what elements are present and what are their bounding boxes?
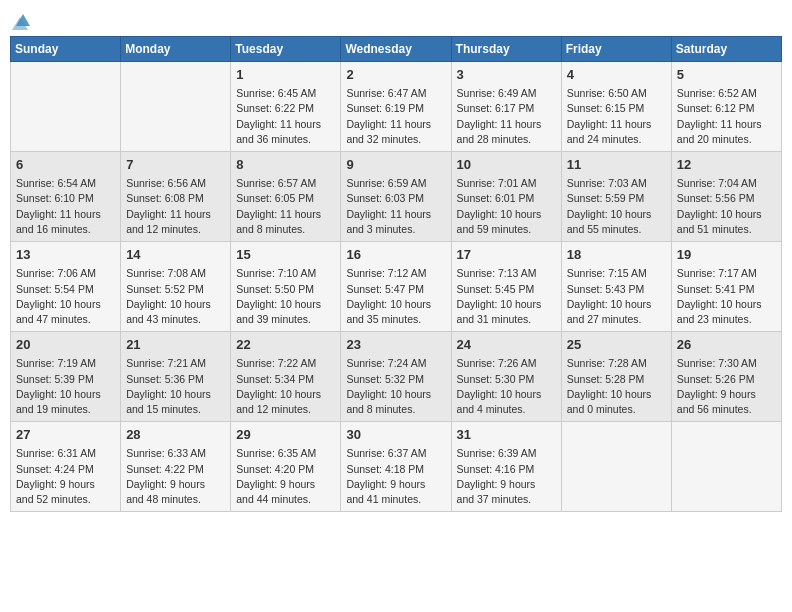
day-number: 22 [236,336,335,354]
calendar-cell: 21Sunrise: 7:21 AM Sunset: 5:36 PM Dayli… [121,332,231,422]
calendar-cell: 16Sunrise: 7:12 AM Sunset: 5:47 PM Dayli… [341,242,451,332]
day-number: 18 [567,246,666,264]
day-info: Sunrise: 6:31 AM Sunset: 4:24 PM Dayligh… [16,446,115,507]
day-number: 28 [126,426,225,444]
day-number: 19 [677,246,776,264]
day-info: Sunrise: 6:52 AM Sunset: 6:12 PM Dayligh… [677,86,776,147]
day-number: 3 [457,66,556,84]
day-info: Sunrise: 7:22 AM Sunset: 5:34 PM Dayligh… [236,356,335,417]
calendar-week-row: 6Sunrise: 6:54 AM Sunset: 6:10 PM Daylig… [11,152,782,242]
weekday-header: Saturday [671,37,781,62]
weekday-header: Thursday [451,37,561,62]
calendar-cell [121,62,231,152]
day-number: 15 [236,246,335,264]
day-number: 11 [567,156,666,174]
day-number: 12 [677,156,776,174]
day-number: 9 [346,156,445,174]
day-info: Sunrise: 7:15 AM Sunset: 5:43 PM Dayligh… [567,266,666,327]
day-info: Sunrise: 7:08 AM Sunset: 5:52 PM Dayligh… [126,266,225,327]
calendar-cell: 22Sunrise: 7:22 AM Sunset: 5:34 PM Dayli… [231,332,341,422]
page-header [10,10,782,30]
day-info: Sunrise: 6:47 AM Sunset: 6:19 PM Dayligh… [346,86,445,147]
day-info: Sunrise: 6:59 AM Sunset: 6:03 PM Dayligh… [346,176,445,237]
day-number: 14 [126,246,225,264]
day-number: 23 [346,336,445,354]
calendar-cell: 31Sunrise: 6:39 AM Sunset: 4:16 PM Dayli… [451,422,561,512]
calendar-cell: 9Sunrise: 6:59 AM Sunset: 6:03 PM Daylig… [341,152,451,242]
calendar-cell: 11Sunrise: 7:03 AM Sunset: 5:59 PM Dayli… [561,152,671,242]
calendar-cell: 20Sunrise: 7:19 AM Sunset: 5:39 PM Dayli… [11,332,121,422]
day-info: Sunrise: 6:37 AM Sunset: 4:18 PM Dayligh… [346,446,445,507]
weekday-header: Wednesday [341,37,451,62]
day-info: Sunrise: 6:54 AM Sunset: 6:10 PM Dayligh… [16,176,115,237]
day-info: Sunrise: 7:28 AM Sunset: 5:28 PM Dayligh… [567,356,666,417]
calendar-cell: 30Sunrise: 6:37 AM Sunset: 4:18 PM Dayli… [341,422,451,512]
calendar-cell: 19Sunrise: 7:17 AM Sunset: 5:41 PM Dayli… [671,242,781,332]
day-number: 31 [457,426,556,444]
day-number: 30 [346,426,445,444]
calendar-week-row: 13Sunrise: 7:06 AM Sunset: 5:54 PM Dayli… [11,242,782,332]
day-info: Sunrise: 7:26 AM Sunset: 5:30 PM Dayligh… [457,356,556,417]
calendar-cell: 12Sunrise: 7:04 AM Sunset: 5:56 PM Dayli… [671,152,781,242]
day-info: Sunrise: 6:33 AM Sunset: 4:22 PM Dayligh… [126,446,225,507]
day-info: Sunrise: 7:10 AM Sunset: 5:50 PM Dayligh… [236,266,335,327]
calendar-cell: 17Sunrise: 7:13 AM Sunset: 5:45 PM Dayli… [451,242,561,332]
calendar-cell: 25Sunrise: 7:28 AM Sunset: 5:28 PM Dayli… [561,332,671,422]
day-info: Sunrise: 6:57 AM Sunset: 6:05 PM Dayligh… [236,176,335,237]
day-info: Sunrise: 7:03 AM Sunset: 5:59 PM Dayligh… [567,176,666,237]
calendar-cell: 24Sunrise: 7:26 AM Sunset: 5:30 PM Dayli… [451,332,561,422]
day-number: 16 [346,246,445,264]
day-info: Sunrise: 6:39 AM Sunset: 4:16 PM Dayligh… [457,446,556,507]
day-number: 26 [677,336,776,354]
calendar-cell: 14Sunrise: 7:08 AM Sunset: 5:52 PM Dayli… [121,242,231,332]
day-info: Sunrise: 7:04 AM Sunset: 5:56 PM Dayligh… [677,176,776,237]
day-number: 4 [567,66,666,84]
calendar-cell: 5Sunrise: 6:52 AM Sunset: 6:12 PM Daylig… [671,62,781,152]
calendar-cell: 18Sunrise: 7:15 AM Sunset: 5:43 PM Dayli… [561,242,671,332]
calendar-week-row: 27Sunrise: 6:31 AM Sunset: 4:24 PM Dayli… [11,422,782,512]
calendar-cell: 3Sunrise: 6:49 AM Sunset: 6:17 PM Daylig… [451,62,561,152]
day-number: 21 [126,336,225,354]
day-info: Sunrise: 7:01 AM Sunset: 6:01 PM Dayligh… [457,176,556,237]
day-info: Sunrise: 7:17 AM Sunset: 5:41 PM Dayligh… [677,266,776,327]
day-number: 25 [567,336,666,354]
day-info: Sunrise: 6:49 AM Sunset: 6:17 PM Dayligh… [457,86,556,147]
calendar-cell: 4Sunrise: 6:50 AM Sunset: 6:15 PM Daylig… [561,62,671,152]
day-info: Sunrise: 6:45 AM Sunset: 6:22 PM Dayligh… [236,86,335,147]
calendar-cell: 13Sunrise: 7:06 AM Sunset: 5:54 PM Dayli… [11,242,121,332]
day-info: Sunrise: 7:19 AM Sunset: 5:39 PM Dayligh… [16,356,115,417]
weekday-header: Tuesday [231,37,341,62]
day-number: 10 [457,156,556,174]
calendar-week-row: 1Sunrise: 6:45 AM Sunset: 6:22 PM Daylig… [11,62,782,152]
calendar-cell: 23Sunrise: 7:24 AM Sunset: 5:32 PM Dayli… [341,332,451,422]
calendar-cell: 27Sunrise: 6:31 AM Sunset: 4:24 PM Dayli… [11,422,121,512]
weekday-header: Friday [561,37,671,62]
calendar-cell: 8Sunrise: 6:57 AM Sunset: 6:05 PM Daylig… [231,152,341,242]
calendar-cell: 28Sunrise: 6:33 AM Sunset: 4:22 PM Dayli… [121,422,231,512]
day-info: Sunrise: 7:21 AM Sunset: 5:36 PM Dayligh… [126,356,225,417]
day-number: 29 [236,426,335,444]
calendar-cell: 29Sunrise: 6:35 AM Sunset: 4:20 PM Dayli… [231,422,341,512]
logo-icon [12,12,34,30]
calendar-cell: 15Sunrise: 7:10 AM Sunset: 5:50 PM Dayli… [231,242,341,332]
calendar-cell [671,422,781,512]
calendar-cell: 2Sunrise: 6:47 AM Sunset: 6:19 PM Daylig… [341,62,451,152]
calendar-table: SundayMondayTuesdayWednesdayThursdayFrid… [10,36,782,512]
day-number: 24 [457,336,556,354]
weekday-header: Monday [121,37,231,62]
day-number: 5 [677,66,776,84]
day-number: 1 [236,66,335,84]
logo [10,10,34,30]
calendar-week-row: 20Sunrise: 7:19 AM Sunset: 5:39 PM Dayli… [11,332,782,422]
calendar-cell: 7Sunrise: 6:56 AM Sunset: 6:08 PM Daylig… [121,152,231,242]
day-number: 20 [16,336,115,354]
day-number: 6 [16,156,115,174]
calendar-cell [561,422,671,512]
weekday-header-row: SundayMondayTuesdayWednesdayThursdayFrid… [11,37,782,62]
day-number: 8 [236,156,335,174]
day-number: 27 [16,426,115,444]
day-number: 13 [16,246,115,264]
day-number: 7 [126,156,225,174]
weekday-header: Sunday [11,37,121,62]
day-info: Sunrise: 7:24 AM Sunset: 5:32 PM Dayligh… [346,356,445,417]
